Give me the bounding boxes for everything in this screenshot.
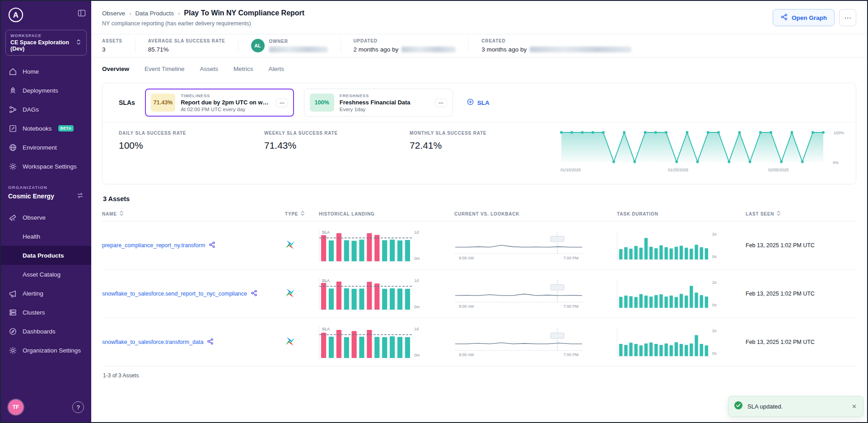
tab-alerts[interactable]: Alerts xyxy=(269,66,285,76)
sla-panel-body: DAILY SLA SUCCESS RATE 100% WEEKLY SLA S… xyxy=(103,122,856,184)
breadcrumb: Observe › Data Products › Play To Win NY… xyxy=(102,9,304,17)
sidebar-item-dags[interactable]: DAGs xyxy=(1,100,91,119)
task-duration-chart xyxy=(617,231,710,260)
lookback-cell: 9:00 AM7:00 PM xyxy=(454,279,617,309)
sidebar-item-environment[interactable]: Environment xyxy=(1,138,91,157)
sidebar-item-workspace-settings[interactable]: Workspace Settings xyxy=(1,157,91,176)
daily-sla-label: DAILY SLA SUCCESS RATE xyxy=(119,131,264,136)
sort-icon xyxy=(119,211,124,217)
column-header-type[interactable]: TYPE xyxy=(285,211,319,217)
table-row: prepare_compliance_report_ny.transform S… xyxy=(102,221,856,270)
sla-percent-badge: 71.43% xyxy=(151,94,175,112)
daily-sla-value: 100% xyxy=(119,140,264,151)
close-icon[interactable]: ✕ xyxy=(851,403,858,410)
sidebar-footer: TF ? xyxy=(1,393,91,422)
lookback-chart xyxy=(454,279,583,302)
sidebar-item-dashboards[interactable]: Dashboards xyxy=(1,322,91,341)
column-header-historical-landing: HISTORICAL LANDING xyxy=(319,212,454,216)
astronomer-logo[interactable]: A xyxy=(7,6,24,24)
axis-min-label: 0m xyxy=(414,256,420,261)
summary-avg-sla-label: AVERAGE SLA SUCCESS RATE xyxy=(148,38,225,43)
summary-assets-value: 3 xyxy=(102,46,122,53)
sort-icon xyxy=(300,211,305,217)
table-row: snowflake_to_salesforce.send_report_to_n… xyxy=(102,270,856,318)
owner-avatar: AL xyxy=(251,39,265,52)
task-duration-cell: 2s0s xyxy=(617,328,746,357)
open-graph-label: Open Graph xyxy=(792,14,827,21)
page-subtitle: NY compliance reporting (has earlier del… xyxy=(102,20,304,27)
sla-card-menu-button[interactable]: ... xyxy=(276,99,288,107)
historical-landing-cell: SLA 1d0m xyxy=(319,278,454,310)
collapse-sidebar-icon[interactable] xyxy=(78,9,86,19)
summary-updated-label: UPDATED xyxy=(354,38,456,43)
ellipsis-icon: ... xyxy=(439,98,443,105)
clusters-icon xyxy=(8,308,17,317)
asset-link[interactable]: snowflake_to_salesforce.send_report_to_n… xyxy=(102,291,247,297)
breadcrumb-data-products[interactable]: Data Products xyxy=(135,10,174,17)
x-axis-label: 01/25/2025 xyxy=(668,168,688,172)
time-start-label: 9:00 AM xyxy=(459,304,474,309)
tab-overview[interactable]: Overview xyxy=(102,66,129,76)
summary-avg-sla: AVERAGE SLA SUCCESS RATE 85.71% xyxy=(135,38,238,53)
user-avatar[interactable]: TF xyxy=(8,400,23,415)
y-axis-max-label: 100% xyxy=(834,131,844,135)
breadcrumb-observe[interactable]: Observe xyxy=(102,10,125,17)
sidebar-item-data-products[interactable]: Data Products xyxy=(1,246,91,265)
organization-selector[interactable]: Cosmic Energy xyxy=(1,190,91,203)
sidebar-item-notebooks[interactable]: Notebooks BETA xyxy=(1,119,91,138)
workspace-selector[interactable]: WORKSPACE CE Space Exploration (Dev) xyxy=(5,30,87,56)
sla-panel: SLAs 71.43% TIMELINESS Report due by 2pm… xyxy=(102,83,856,184)
lineage-icon[interactable] xyxy=(207,338,214,347)
axis-min-label: 0m xyxy=(414,353,420,357)
sidebar-item-label: Health xyxy=(23,233,40,240)
organization-label: ORGANIZATION xyxy=(1,185,91,190)
sidebar-item-health[interactable]: Health xyxy=(1,227,91,246)
redacted-user-name xyxy=(401,47,456,52)
workspace-name: CE Space Exploration (Dev) xyxy=(10,39,75,52)
axis-max-label: 2s xyxy=(712,232,717,236)
plus-circle-icon xyxy=(467,98,474,107)
sla-card-freshness[interactable]: 100% FRESHNESS Freshness Financial Data … xyxy=(304,89,453,117)
sla-panel-header: SLAs 71.43% TIMELINESS Report due by 2pm… xyxy=(103,83,856,122)
sidebar-item-home[interactable]: Home xyxy=(1,62,91,81)
sidebar-item-alerting[interactable]: Alerting xyxy=(1,284,91,303)
column-header-name[interactable]: NAME xyxy=(102,211,285,217)
sla-card-timeliness[interactable]: 71.43% TIMELINESS Report due by 2pm UTC … xyxy=(145,89,294,117)
axis-max-label: 1d xyxy=(414,327,420,331)
summary-bar: ASSETS 3 AVERAGE SLA SUCCESS RATE 85.71%… xyxy=(91,34,867,57)
column-header-last-seen[interactable]: LAST SEEN xyxy=(746,211,856,217)
tab-event-timeline[interactable]: Event Timeline xyxy=(145,66,185,76)
organization-name: Cosmic Energy xyxy=(8,193,54,200)
tab-metrics[interactable]: Metrics xyxy=(233,66,253,76)
tab-assets[interactable]: Assets xyxy=(200,66,219,76)
sla-card-text: TIMELINESS Report due by 2pm UTC on week… xyxy=(181,93,271,112)
main-content: Observe › Data Products › Play To Win NY… xyxy=(91,1,867,422)
sidebar-item-observe[interactable]: Observe xyxy=(1,208,91,227)
switch-org-icon[interactable] xyxy=(76,192,84,201)
home-icon xyxy=(8,67,17,76)
notebook-icon xyxy=(8,124,17,133)
more-options-button[interactable]: ⋯ xyxy=(839,9,856,26)
open-graph-button[interactable]: Open Graph xyxy=(773,9,835,26)
sla-card-menu-button[interactable]: ... xyxy=(435,99,447,107)
add-sla-button[interactable]: SLA xyxy=(467,98,490,107)
time-end-label: 7:00 PM xyxy=(563,256,579,260)
sidebar-item-label: Workspace Settings xyxy=(23,163,77,170)
axis-min-label: 0s xyxy=(712,351,717,356)
lineage-icon[interactable] xyxy=(209,241,215,250)
ellipsis-icon: ... xyxy=(280,98,285,105)
toast-notification: SLA updated. ✕ xyxy=(728,396,863,417)
sidebar-item-organization-settings[interactable]: Organization Settings xyxy=(1,341,91,360)
help-icon[interactable]: ? xyxy=(72,401,84,413)
sidebar-item-asset-catalog[interactable]: Asset Catalog xyxy=(1,265,91,284)
asset-link[interactable]: prepare_compliance_report_ny.transform xyxy=(102,242,205,249)
asset-link[interactable]: snowflake_to_salesforce.transform_data xyxy=(102,339,203,345)
lineage-icon[interactable] xyxy=(251,290,257,298)
workspace-label: WORKSPACE xyxy=(10,33,75,38)
beta-badge: BETA xyxy=(58,125,74,132)
sidebar-item-clusters[interactable]: Clusters xyxy=(1,303,91,322)
sidebar-item-deployments[interactable]: Deployments xyxy=(1,81,91,100)
axis-min-label: 0s xyxy=(712,254,717,259)
sla-kind: FRESHNESS xyxy=(340,93,429,98)
sidebar-item-label: Clusters xyxy=(23,309,45,316)
